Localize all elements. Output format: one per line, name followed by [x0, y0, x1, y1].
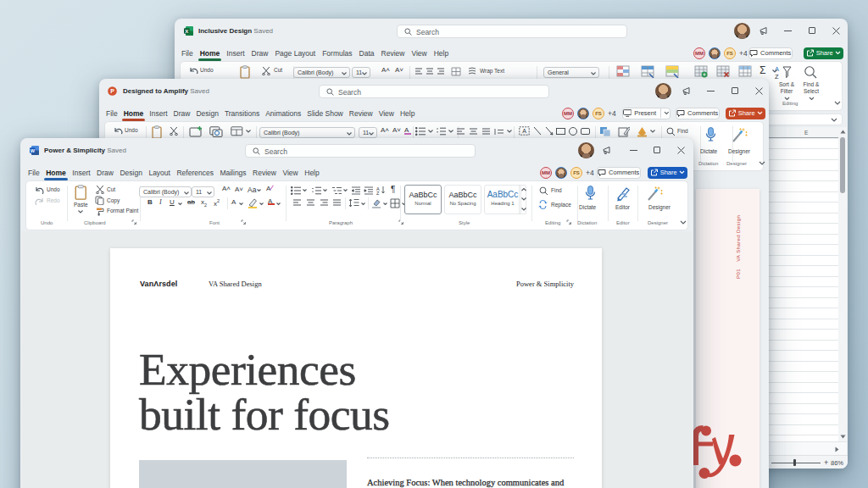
- svg-text:A: A: [775, 65, 779, 73]
- svg-text:A: A: [522, 128, 526, 134]
- svg-text:P: P: [110, 88, 114, 94]
- svg-text:Z: Z: [376, 191, 380, 195]
- svg-text:Z: Z: [775, 73, 779, 80]
- svg-text:W: W: [31, 148, 36, 153]
- svg-text:X: X: [185, 29, 188, 34]
